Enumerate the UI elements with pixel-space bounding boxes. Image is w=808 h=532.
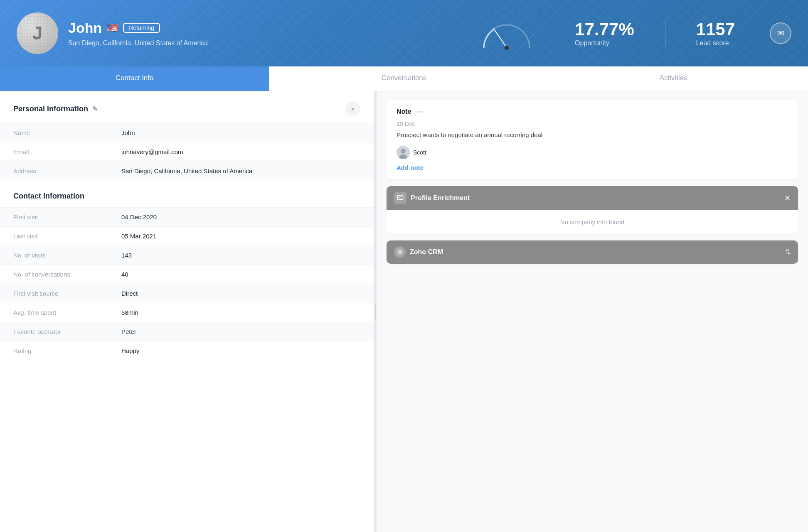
- opportunity-stat: 17.77% Opportunity: [558, 20, 650, 47]
- table-row: Favorite operator Peter: [0, 322, 374, 341]
- note-title: Note: [397, 108, 411, 115]
- table-row: Address San Diego, California, United St…: [0, 161, 374, 180]
- personal-info-header: Personal information ✎ »: [0, 91, 374, 123]
- personal-info-title: Personal information ✎: [13, 105, 98, 113]
- main-content: Personal information ✎ » Name John Email…: [0, 91, 808, 532]
- zoho-arrows-icon[interactable]: ⇅: [785, 248, 791, 256]
- tabs-container: Contact Info Conversations Activities: [0, 66, 808, 91]
- svg-rect-7: [397, 195, 403, 200]
- lead-score-label: Lead score: [696, 39, 729, 47]
- expand-button[interactable]: »: [345, 101, 360, 116]
- profile-enrichment-card: Profile Enrichment ✕ No company info fou…: [387, 186, 798, 234]
- avatar: J: [17, 12, 58, 54]
- table-row: Email johnavery@gmail.com: [0, 142, 374, 161]
- table-row: First visit 04 Dec 2020: [0, 207, 374, 226]
- enrichment-close-icon[interactable]: ✕: [784, 194, 791, 203]
- header: J John 🇺🇸 Returning San Diego, Californi…: [0, 0, 808, 66]
- enrichment-body: No company info found: [387, 210, 798, 234]
- contact-info-title: Contact Information: [0, 180, 374, 207]
- zoho-crm-card: Zoho CRM ⇅: [387, 240, 798, 264]
- edit-icon[interactable]: ✎: [92, 105, 98, 113]
- table-row: Rating Happy: [0, 341, 374, 360]
- left-panel: Personal information ✎ » Name John Email…: [0, 91, 374, 532]
- svg-point-3: [505, 46, 509, 50]
- email-button[interactable]: ✉: [770, 22, 791, 44]
- enrichment-title: Profile Enrichment: [411, 194, 470, 202]
- note-author: Scott: [397, 146, 788, 159]
- table-row: Avg. time spent 58min: [0, 303, 374, 322]
- contact-location: San Diego, California, United States of …: [68, 39, 468, 47]
- author-avatar: [397, 146, 410, 159]
- lead-score-stat: 1157 Lead score: [680, 20, 751, 47]
- note-badge: [416, 111, 423, 113]
- email-icon: ✉: [777, 28, 784, 38]
- note-text: Prospect wants to negotiate an annual re…: [397, 130, 788, 140]
- zoho-header-left: Zoho CRM: [394, 246, 443, 258]
- enrichment-header-left: Profile Enrichment: [394, 192, 470, 204]
- returning-badge: Returning: [123, 23, 160, 33]
- note-date: 10 Dec: [397, 120, 788, 127]
- svg-point-8: [399, 197, 400, 198]
- zoho-title: Zoho CRM: [410, 248, 443, 256]
- contact-name: John: [68, 20, 102, 36]
- svg-line-2: [493, 28, 507, 48]
- gauge-svg: [478, 17, 536, 50]
- right-panel: Note 10 Dec Prospect wants to negotiate …: [377, 91, 808, 532]
- svg-point-5: [401, 149, 406, 154]
- tab-conversations[interactable]: Conversations: [269, 66, 538, 91]
- zoho-header: Zoho CRM ⇅: [387, 240, 798, 264]
- personal-info-table: Name John Email johnavery@gmail.com Addr…: [0, 123, 374, 180]
- add-note-button[interactable]: Add note: [397, 164, 788, 171]
- table-row: Name John: [0, 123, 374, 142]
- opportunity-label: Opportunity: [575, 39, 609, 47]
- tab-activities[interactable]: Activities: [539, 66, 808, 91]
- table-row: Last visit 05 Mar 2021: [0, 226, 374, 245]
- flag-icon: 🇺🇸: [107, 22, 118, 33]
- zoho-icon: [394, 246, 406, 258]
- author-name: Scott: [413, 149, 426, 156]
- contact-info-table: First visit 04 Dec 2020 Last visit 05 Ma…: [0, 207, 374, 360]
- chevron-right-icon: »: [351, 105, 355, 112]
- enrichment-icon: [394, 192, 406, 204]
- lead-score-value: 1157: [696, 20, 735, 39]
- table-row: First visit source Direct: [0, 284, 374, 303]
- gauge-container: [478, 17, 536, 50]
- enrichment-header: Profile Enrichment ✕: [387, 186, 798, 210]
- note-card: Note 10 Dec Prospect wants to negotiate …: [387, 100, 798, 179]
- header-info: John 🇺🇸 Returning San Diego, California,…: [68, 20, 468, 47]
- table-row: No. of visits 143: [0, 245, 374, 265]
- opportunity-value: 17.77%: [575, 20, 634, 39]
- table-row: No. of conversations 40: [0, 265, 374, 284]
- tab-contact-info[interactable]: Contact Info: [0, 66, 269, 91]
- stat-divider: [665, 19, 665, 48]
- note-header: Note: [397, 108, 788, 115]
